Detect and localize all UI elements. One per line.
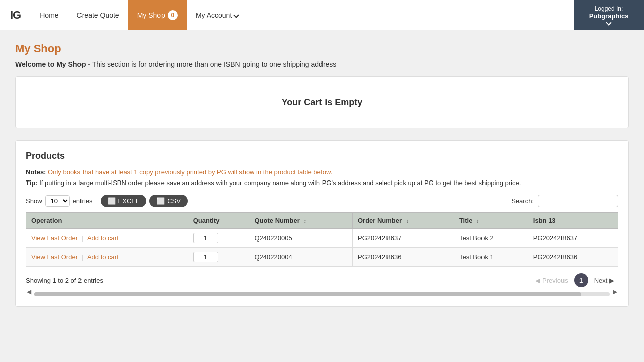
cell-order-number: PG20242I8636 [352,248,454,267]
col-quantity: Quantity [188,213,249,229]
nav-user-info[interactable]: Logged In: Pubgraphics [574,0,644,30]
page-number[interactable]: 1 [574,273,588,287]
nav-my-shop[interactable]: My Shop 0 [128,0,187,30]
nav-my-account[interactable]: My Account [187,0,248,30]
cell-quantity [188,229,249,248]
scroll-arrows: ◀ ▶ [26,287,618,296]
csv-label: CSV [167,197,181,205]
quantity-input[interactable] [193,233,218,243]
welcome-bold: Welcome to My Shop - [15,60,90,68]
table-controls: Show 10 25 50 entries ⬜ EXCEL ⬜ C [26,195,618,207]
nav-my-shop-badge: 0 [168,10,178,20]
cell-order-number: PG20242I8637 [352,229,454,248]
previous-button[interactable]: ◀ Previous [531,275,572,286]
table-header: Operation Quantity Quote Number ↕ Order … [26,213,618,229]
excel-label: EXCEL [118,197,140,205]
nav-links: Home Create Quote My Shop 0 My Account [31,0,574,30]
excel-icon: ⬜ [108,197,116,205]
next-label: Next ▶ [594,277,614,284]
show-entries: Show 10 25 50 entries [26,195,93,207]
brand-logo: IG [10,9,21,22]
showing-text: Showing 1 to 2 of 2 entries [26,277,103,284]
user-chevron-icon [606,20,611,25]
cell-isbn13: PG20242I8636 [528,248,618,267]
table-footer: Showing 1 to 2 of 2 entries ◀ Previous 1… [26,273,618,287]
cell-isbn13: PG20242I8637 [528,229,618,248]
sort-icon: ↕ [303,218,306,224]
products-table: Operation Quantity Quote Number ↕ Order … [26,212,618,267]
tip-label: Tip: [26,179,38,187]
entries-label: entries [73,197,93,205]
show-label: Show [26,197,42,205]
entries-select[interactable]: 10 25 50 [45,195,70,207]
col-order-number[interactable]: Order Number ↕ [352,213,454,229]
cell-title: Test Book 2 [454,229,528,248]
cell-operation: View Last Order | Add to cart [26,248,188,267]
tip-text: If putting in a large multi-ISBN order p… [39,179,521,187]
col-operation: Operation [26,213,188,229]
products-section: Products Notes: Only books that have at … [15,140,629,307]
add-to-cart-link[interactable]: Add to cart [87,253,119,261]
search-label: Search: [511,197,534,205]
view-last-order-link[interactable]: View Last Order [31,253,78,261]
username-label: Pubgraphics [589,12,629,20]
view-last-order-link[interactable]: View Last Order [31,234,78,242]
quantity-input[interactable] [193,252,218,262]
add-to-cart-link[interactable]: Add to cart [87,234,119,242]
logged-in-label: Logged In: [595,5,623,12]
scroll-thumb [34,292,581,296]
products-section-title: Products [26,151,618,161]
welcome-text: Welcome to My Shop - This section is for… [15,60,629,68]
navbar: IG Home Create Quote My Shop 0 My Accoun… [0,0,644,30]
table-row: View Last Order | Add to cart Q240220005… [26,229,618,248]
nav-my-account-label: My Account [196,11,232,19]
csv-icon: ⬜ [156,197,165,205]
cart-empty-card: Your Cart is Empty [15,76,629,128]
table-row: View Last Order | Add to cart Q240220004… [26,248,618,267]
csv-button[interactable]: ⬜ CSV [149,195,188,207]
cell-quote-number: Q240220005 [249,229,353,248]
cell-title: Test Book 1 [454,248,528,267]
nav-create-quote[interactable]: Create Quote [68,0,128,30]
next-button[interactable]: Next ▶ [590,275,618,286]
notes-label: Notes: [26,168,46,176]
nav-home[interactable]: Home [31,0,67,30]
table-body: View Last Order | Add to cart Q240220005… [26,229,618,267]
search-input[interactable] [538,195,618,207]
page-title: My Shop [15,42,629,55]
notes-text: Only books that have at least 1 copy pre… [48,168,332,176]
cell-quote-number: Q240220004 [249,248,353,267]
scroll-track[interactable] [34,292,610,296]
col-quote-number[interactable]: Quote Number ↕ [249,213,353,229]
cell-operation: View Last Order | Add to cart [26,229,188,248]
previous-label: ◀ Previous [535,277,568,284]
scroll-right-arrow[interactable]: ▶ [612,288,618,295]
chevron-down-icon [234,12,239,18]
welcome-description: This section is for ordering more than o… [92,60,337,68]
cell-quantity [188,248,249,267]
scroll-left-arrow[interactable]: ◀ [26,288,32,295]
sort-icon: ↕ [406,218,409,224]
excel-button[interactable]: ⬜ EXCEL [101,195,147,207]
notes-block: Notes: Only books that have at least 1 c… [26,168,618,176]
brand-logo-area: IG [0,0,31,30]
cart-empty-message: Your Cart is Empty [282,97,363,107]
sort-icon: ↕ [476,218,479,224]
col-title[interactable]: Title ↕ [454,213,528,229]
tip-block: Tip: If putting in a large multi-ISBN or… [26,179,618,187]
page-content: My Shop Welcome to My Shop - This sectio… [5,30,639,319]
pagination: ◀ Previous 1 Next ▶ [531,273,618,287]
nav-my-shop-label: My Shop [137,11,165,19]
search-box: Search: [511,195,618,207]
col-isbn13: Isbn 13 [528,213,618,229]
export-buttons: ⬜ EXCEL ⬜ CSV [101,195,188,207]
